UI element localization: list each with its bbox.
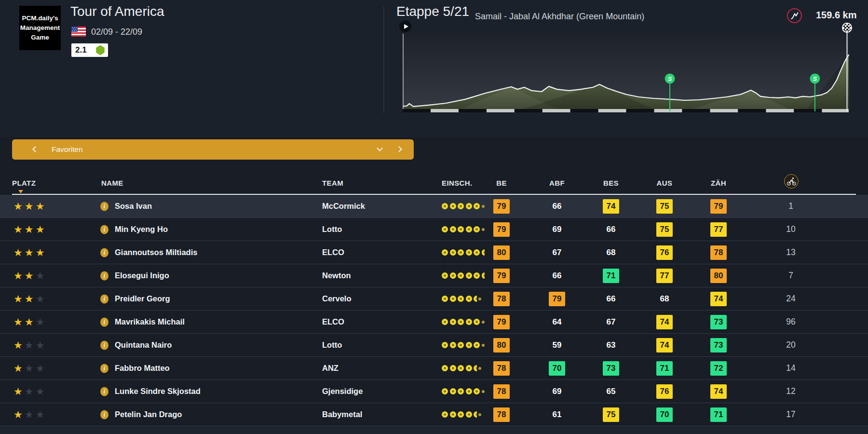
einsch-rating-dots <box>442 218 485 241</box>
logo-line: Game <box>19 33 61 42</box>
team-name: McCormick <box>322 195 365 217</box>
logo-line: Management <box>19 23 61 33</box>
einsch-rating-dots <box>442 380 485 403</box>
rider-info-icon[interactable]: i <box>100 294 108 303</box>
rating-dot-icon <box>466 272 472 279</box>
stat-be: 80 <box>493 338 510 353</box>
favorite-row[interactable]: ★★★iMin Kyeng HoLotto796966757710 <box>0 218 868 241</box>
rider-info-icon[interactable]: i <box>100 202 108 211</box>
rank-value: 7 <box>774 264 807 287</box>
rating-dot-icon <box>442 342 448 348</box>
cyclist-icon[interactable] <box>784 174 799 189</box>
rider-info-icon[interactable]: i <box>100 271 108 280</box>
chevron-down-icon[interactable] <box>377 145 383 151</box>
einsch-rating-dots <box>442 334 485 356</box>
rider-info-icon[interactable]: i <box>100 364 108 373</box>
stat-be: 79 <box>493 199 510 214</box>
star-icon: ★ <box>14 316 23 328</box>
favorite-row[interactable]: ★★★iQuintana NairoLotto805963747320 <box>0 334 868 357</box>
favorite-row[interactable]: ★★★iPreidler GeorgCervelo787966687424 <box>0 287 868 311</box>
column-header-zah[interactable]: ZÄH <box>710 179 727 187</box>
star-icon: ★ <box>36 247 45 258</box>
star-rating: ★★★ <box>14 311 46 333</box>
panel-divider <box>383 6 384 113</box>
star-icon: ★ <box>14 409 23 420</box>
star-icon: ★ <box>36 224 45 235</box>
rider-name: Mavrikakis Michail <box>115 311 185 333</box>
favorite-row[interactable]: ★★★iElosegui InigoNewton79667177807 <box>0 264 868 287</box>
stat-abf: 66 <box>549 269 565 283</box>
stat-zah: 74 <box>710 292 727 306</box>
rating-dot-icon <box>458 249 464 256</box>
rider-info-icon[interactable]: i <box>100 340 108 350</box>
column-header-bes[interactable]: BES <box>603 179 619 187</box>
prev-arrow-icon[interactable] <box>32 146 39 152</box>
stat-abf: 64 <box>549 315 565 329</box>
team-name: Lotto <box>322 218 342 241</box>
star-rating: ★★★ <box>14 403 46 426</box>
rating-dot-icon <box>466 365 472 371</box>
star-icon: ★ <box>36 339 45 351</box>
stat-zah: 74 <box>710 384 727 399</box>
column-header-name[interactable]: NAME <box>101 179 123 187</box>
rider-info-icon[interactable]: i <box>100 387 108 396</box>
rating-dot-icon <box>466 226 472 232</box>
rating-dot-icon <box>442 226 448 232</box>
play-button[interactable] <box>399 20 411 32</box>
stat-be: 78 <box>493 292 510 306</box>
favorite-row[interactable]: ★★★iMavrikakis MichailELCO796467747396 <box>0 311 868 334</box>
altimetry-icon[interactable] <box>787 8 802 23</box>
favorites-label: Favoriten <box>52 145 83 154</box>
rating-half-dot-icon <box>482 272 485 279</box>
favorite-row[interactable]: ★★★iFabbro MatteoANZ787073717214 <box>0 357 868 380</box>
team-name: Lotto <box>322 334 342 356</box>
column-header-platz[interactable]: PLATZ <box>12 179 36 187</box>
favorite-row[interactable]: ★★★iLunke Sindre SkjostadGjensidige78696… <box>0 380 868 403</box>
stat-aus: 70 <box>656 407 673 422</box>
column-header-einsch[interactable]: EINSCH. <box>442 179 473 187</box>
stat-zah: 78 <box>710 245 727 260</box>
rider-info-icon[interactable]: i <box>100 317 108 326</box>
rating-dot-icon <box>442 272 448 279</box>
rank-value: 17 <box>774 403 807 426</box>
star-icon: ★ <box>25 270 34 282</box>
rating-tiny-dot-icon <box>482 228 485 231</box>
column-header-aus[interactable]: AUS <box>656 179 673 187</box>
rating-tiny-dot-icon <box>482 390 485 393</box>
favorite-row[interactable]: ★★★iGiannoutsos MiltiadisELCO80676876781… <box>0 241 868 264</box>
star-icon: ★ <box>36 201 45 212</box>
star-rating: ★★★ <box>14 380 46 403</box>
rating-dot-icon <box>466 411 472 418</box>
rider-name: Sosa Ivan <box>115 195 152 217</box>
rating-dot-icon <box>458 296 464 302</box>
rating-dot-icon <box>474 249 480 256</box>
rider-name: Lunke Sindre Skjostad <box>115 380 201 403</box>
rider-info-icon[interactable]: i <box>100 225 108 234</box>
rider-info-icon[interactable]: i <box>100 248 108 257</box>
star-icon: ★ <box>25 224 34 235</box>
stat-abf: 67 <box>549 245 565 260</box>
rating-tiny-dot-icon <box>478 367 481 370</box>
rank-value: 13 <box>774 241 807 264</box>
rating-dot-icon <box>474 226 480 232</box>
stat-bes: 71 <box>603 269 619 283</box>
column-header-abf[interactable]: ABF <box>549 179 565 187</box>
rider-info-icon[interactable]: i <box>100 410 108 419</box>
stat-bes: 74 <box>603 199 619 214</box>
favorite-row[interactable]: ★★★iSosa IvanMcCormick79667475791 <box>0 195 868 218</box>
star-icon: ★ <box>25 339 34 351</box>
rating-dot-icon <box>450 342 456 348</box>
rating-dot-icon <box>450 203 456 209</box>
rider-name: Elosegui Inigo <box>115 264 169 287</box>
rating-dot-icon <box>466 203 472 209</box>
star-rating: ★★★ <box>14 334 46 356</box>
favorites-dropdown[interactable]: Favoriten <box>12 139 414 160</box>
rider-name: Preidler Georg <box>115 287 170 310</box>
star-icon: ★ <box>36 409 45 420</box>
column-header-team[interactable]: TEAM <box>322 179 343 187</box>
next-arrow-icon[interactable] <box>396 146 402 152</box>
column-header-be[interactable]: BE <box>493 179 510 187</box>
star-icon: ★ <box>14 270 23 282</box>
favorite-row[interactable]: ★★★iPetelin Jan DragoBabymetal7861757071… <box>0 403 868 426</box>
stat-aus: 74 <box>656 338 673 353</box>
